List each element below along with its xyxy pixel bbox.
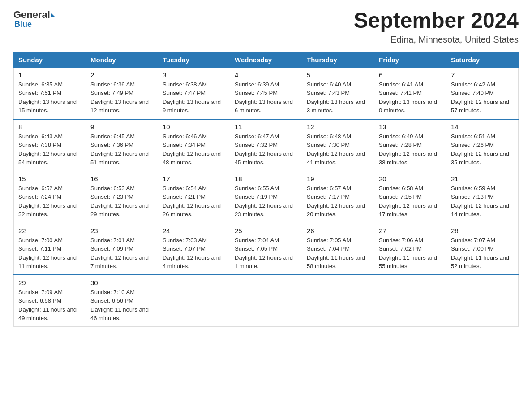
- day-number: 20: [379, 175, 442, 183]
- logo-triangle-icon: [51, 13, 56, 17]
- day-info: Sunrise: 6:43 AMSunset: 7:38 PMDaylight:…: [18, 132, 81, 167]
- calendar-cell: 11 Sunrise: 6:47 AMSunset: 7:32 PMDaylig…: [230, 119, 302, 171]
- day-info: Sunrise: 6:41 AMSunset: 7:41 PMDaylight:…: [379, 80, 442, 115]
- day-info: Sunrise: 6:35 AMSunset: 7:51 PMDaylight:…: [18, 80, 81, 115]
- day-info: Sunrise: 7:06 AMSunset: 7:02 PMDaylight:…: [379, 236, 442, 271]
- day-number: 30: [90, 279, 153, 287]
- day-info: Sunrise: 6:40 AMSunset: 7:43 PMDaylight:…: [307, 80, 369, 115]
- calendar-cell: [374, 275, 446, 327]
- calendar-cell: 14 Sunrise: 6:51 AMSunset: 7:26 PMDaylig…: [446, 119, 519, 171]
- day-info: Sunrise: 6:52 AMSunset: 7:24 PMDaylight:…: [18, 184, 81, 219]
- day-info: Sunrise: 7:05 AMSunset: 7:04 PMDaylight:…: [307, 236, 369, 271]
- day-number: 11: [235, 123, 297, 131]
- day-info: Sunrise: 6:53 AMSunset: 7:23 PMDaylight:…: [90, 184, 153, 219]
- day-info: Sunrise: 6:51 AMSunset: 7:26 PMDaylight:…: [451, 132, 514, 167]
- day-number: 7: [451, 71, 514, 79]
- day-number: 23: [90, 227, 153, 235]
- day-info: Sunrise: 6:39 AMSunset: 7:45 PMDaylight:…: [235, 80, 297, 115]
- calendar-table: SundayMondayTuesdayWednesdayThursdayFrid…: [13, 52, 519, 327]
- calendar-cell: 8 Sunrise: 6:43 AMSunset: 7:38 PMDayligh…: [14, 119, 86, 171]
- calendar-cell: 30 Sunrise: 7:10 AMSunset: 6:56 PMDaylig…: [86, 275, 158, 327]
- day-number: 2: [90, 71, 153, 79]
- calendar-cell: [302, 275, 374, 327]
- calendar-title: September 2024: [354, 9, 519, 33]
- logo-general: General: [13, 9, 50, 21]
- day-info: Sunrise: 7:04 AMSunset: 7:05 PMDaylight:…: [235, 236, 297, 271]
- calendar-cell: 24 Sunrise: 7:03 AMSunset: 7:07 PMDaylig…: [158, 223, 230, 275]
- day-number: 10: [163, 123, 225, 131]
- logo: General Blue: [13, 9, 56, 29]
- day-info: Sunrise: 6:57 AMSunset: 7:17 PMDaylight:…: [307, 184, 369, 219]
- day-number: 14: [451, 123, 514, 131]
- calendar-cell: 3 Sunrise: 6:38 AMSunset: 7:47 PMDayligh…: [158, 67, 230, 119]
- calendar-cell: 10 Sunrise: 6:46 AMSunset: 7:34 PMDaylig…: [158, 119, 230, 171]
- day-info: Sunrise: 7:03 AMSunset: 7:07 PMDaylight:…: [163, 236, 225, 271]
- calendar-cell: 29 Sunrise: 7:09 AMSunset: 6:58 PMDaylig…: [14, 275, 86, 327]
- header-thursday: Thursday: [302, 52, 374, 67]
- calendar-cell: 21 Sunrise: 6:59 AMSunset: 7:13 PMDaylig…: [446, 171, 519, 223]
- day-number: 21: [451, 175, 514, 183]
- header-monday: Monday: [86, 52, 158, 67]
- calendar-week-row: 15 Sunrise: 6:52 AMSunset: 7:24 PMDaylig…: [14, 171, 519, 223]
- calendar-cell: 1 Sunrise: 6:35 AMSunset: 7:51 PMDayligh…: [14, 67, 86, 119]
- day-info: Sunrise: 6:46 AMSunset: 7:34 PMDaylight:…: [163, 132, 225, 167]
- calendar-cell: [158, 275, 230, 327]
- calendar-cell: 27 Sunrise: 7:06 AMSunset: 7:02 PMDaylig…: [374, 223, 446, 275]
- header-saturday: Saturday: [446, 52, 519, 67]
- day-info: Sunrise: 6:47 AMSunset: 7:32 PMDaylight:…: [235, 132, 297, 167]
- day-info: Sunrise: 6:58 AMSunset: 7:15 PMDaylight:…: [379, 184, 442, 219]
- calendar-subtitle: Edina, Minnesota, United States: [354, 34, 519, 45]
- calendar-cell: 23 Sunrise: 7:01 AMSunset: 7:09 PMDaylig…: [86, 223, 158, 275]
- day-number: 29: [18, 279, 81, 287]
- calendar-cell: 28 Sunrise: 7:07 AMSunset: 7:00 PMDaylig…: [446, 223, 519, 275]
- calendar-cell: 16 Sunrise: 6:53 AMSunset: 7:23 PMDaylig…: [86, 171, 158, 223]
- logo-blue-label: Blue: [14, 20, 32, 29]
- calendar-cell: 6 Sunrise: 6:41 AMSunset: 7:41 PMDayligh…: [374, 67, 446, 119]
- page-header: General Blue September 2024 Edina, Minne…: [13, 9, 519, 45]
- calendar-cell: 22 Sunrise: 7:00 AMSunset: 7:11 PMDaylig…: [14, 223, 86, 275]
- day-info: Sunrise: 6:36 AMSunset: 7:49 PMDaylight:…: [90, 80, 153, 115]
- calendar-cell: 9 Sunrise: 6:45 AMSunset: 7:36 PMDayligh…: [86, 119, 158, 171]
- day-number: 8: [18, 123, 81, 131]
- day-number: 16: [90, 175, 153, 183]
- day-info: Sunrise: 6:45 AMSunset: 7:36 PMDaylight:…: [90, 132, 153, 167]
- day-info: Sunrise: 7:10 AMSunset: 6:56 PMDaylight:…: [90, 288, 153, 323]
- day-number: 17: [163, 175, 225, 183]
- day-number: 27: [379, 227, 442, 235]
- day-number: 4: [235, 71, 297, 79]
- calendar-cell: 2 Sunrise: 6:36 AMSunset: 7:49 PMDayligh…: [86, 67, 158, 119]
- calendar-cell: [230, 275, 302, 327]
- day-info: Sunrise: 7:01 AMSunset: 7:09 PMDaylight:…: [90, 236, 153, 271]
- calendar-cell: 4 Sunrise: 6:39 AMSunset: 7:45 PMDayligh…: [230, 67, 302, 119]
- day-info: Sunrise: 6:54 AMSunset: 7:21 PMDaylight:…: [163, 184, 225, 219]
- calendar-week-row: 29 Sunrise: 7:09 AMSunset: 6:58 PMDaylig…: [14, 275, 519, 327]
- calendar-cell: 7 Sunrise: 6:42 AMSunset: 7:40 PMDayligh…: [446, 67, 519, 119]
- day-info: Sunrise: 6:59 AMSunset: 7:13 PMDaylight:…: [451, 184, 514, 219]
- day-info: Sunrise: 7:00 AMSunset: 7:11 PMDaylight:…: [18, 236, 81, 271]
- calendar-week-row: 8 Sunrise: 6:43 AMSunset: 7:38 PMDayligh…: [14, 119, 519, 171]
- calendar-week-row: 22 Sunrise: 7:00 AMSunset: 7:11 PMDaylig…: [14, 223, 519, 275]
- calendar-title-area: September 2024 Edina, Minnesota, United …: [354, 9, 519, 45]
- day-number: 13: [379, 123, 442, 131]
- day-number: 3: [163, 71, 225, 79]
- header-friday: Friday: [374, 52, 446, 67]
- day-number: 22: [18, 227, 81, 235]
- day-number: 9: [90, 123, 153, 131]
- calendar-cell: 15 Sunrise: 6:52 AMSunset: 7:24 PMDaylig…: [14, 171, 86, 223]
- day-number: 18: [235, 175, 297, 183]
- calendar-cell: 12 Sunrise: 6:48 AMSunset: 7:30 PMDaylig…: [302, 119, 374, 171]
- day-number: 19: [307, 175, 369, 183]
- day-info: Sunrise: 6:42 AMSunset: 7:40 PMDaylight:…: [451, 80, 514, 115]
- day-number: 1: [18, 71, 81, 79]
- day-number: 6: [379, 71, 442, 79]
- day-info: Sunrise: 6:55 AMSunset: 7:19 PMDaylight:…: [235, 184, 297, 219]
- day-number: 12: [307, 123, 369, 131]
- calendar-cell: [446, 275, 519, 327]
- day-number: 26: [307, 227, 369, 235]
- day-number: 25: [235, 227, 297, 235]
- header-sunday: Sunday: [14, 52, 86, 67]
- calendar-cell: 5 Sunrise: 6:40 AMSunset: 7:43 PMDayligh…: [302, 67, 374, 119]
- calendar-cell: 18 Sunrise: 6:55 AMSunset: 7:19 PMDaylig…: [230, 171, 302, 223]
- day-info: Sunrise: 7:07 AMSunset: 7:00 PMDaylight:…: [451, 236, 514, 271]
- calendar-week-row: 1 Sunrise: 6:35 AMSunset: 7:51 PMDayligh…: [14, 67, 519, 119]
